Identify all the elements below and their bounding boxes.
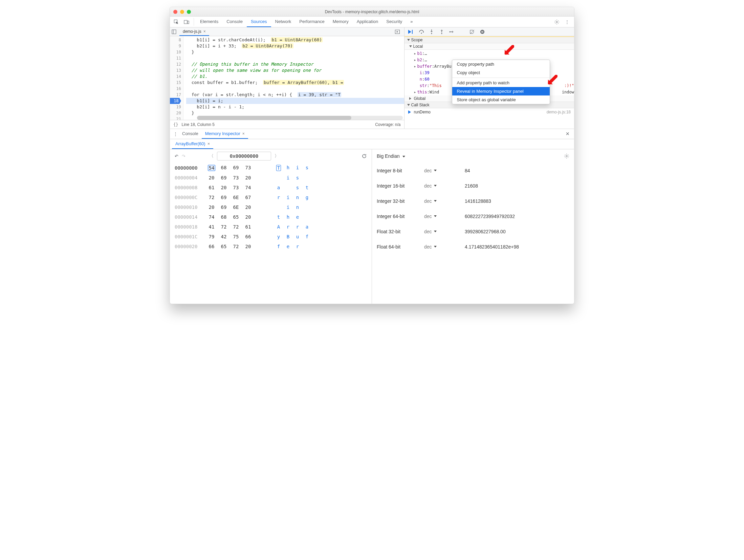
line-gutter: 891011121314 15161718 192021 [170,36,183,120]
hex-row[interactable]: 0000000054686973This [175,163,367,173]
memory-buffer-tab[interactable]: ArrayBuffer(60) × [172,139,213,149]
hex-row[interactable]: 0000001020696E20.in. [175,202,367,212]
tab-security[interactable]: Security [382,17,406,27]
svg-rect-2 [188,21,189,24]
hex-row[interactable]: 0000000C72696E67ring [175,192,367,202]
hex-dump-table: 0000000054686973This0000000420697320.is.… [170,163,372,251]
undo-icon[interactable]: ↶ [175,154,178,159]
tab-performance[interactable]: Performance [295,17,328,27]
svg-rect-4 [172,30,176,34]
tab-sources[interactable]: Sources [247,17,271,27]
encoding-selector[interactable]: dec [424,198,465,204]
hex-row[interactable]: 0000001474686520the. [175,212,367,222]
callstack-frame[interactable]: runDemo demo-js.js:18 [404,108,574,116]
ctx-copy-property-path[interactable]: Copy property path [452,60,550,68]
kebab-menu-icon[interactable]: ⋮ [562,17,572,27]
file-tab[interactable]: demo-js.js × [179,27,209,36]
svg-rect-7 [412,30,413,34]
address-next-icon[interactable]: 〉 [275,153,279,159]
settings-gear-icon[interactable] [552,17,562,27]
resume-icon[interactable] [408,29,414,34]
context-menu: Copy property path Copy object Add prope… [452,60,550,104]
value-row: Integer 32-bitdec 1416128883 [377,193,569,209]
encoding-selector[interactable]: dec [424,229,465,234]
svg-rect-15 [482,31,483,33]
value-row: Float 32-bitdec 3992806227968.00 [377,224,569,239]
redo-icon[interactable]: ↷ [182,154,185,159]
inline-eval: b1 = Uint8Array(60) [271,37,323,42]
panel-tabs: Elements Console Sources Network Perform… [196,17,417,27]
encoding-selector[interactable]: dec [424,183,465,189]
step-icon[interactable] [449,29,455,35]
hex-row[interactable]: 0000002066657220fer. [175,241,367,251]
horizontal-scrollbar[interactable] [197,116,403,120]
value-settings-gear-icon[interactable] [564,153,569,159]
ctx-store-global[interactable]: Store object as global variable [452,95,550,104]
hex-row[interactable]: 0000000861207374a.st [175,182,367,192]
pretty-print-icon[interactable]: {} [173,122,178,127]
svg-line-12 [470,30,474,34]
value-row: Integer 64-bitdec 6082227239949792032 [377,209,569,224]
scope-row[interactable]: ▸b1: … [404,50,574,57]
close-buffer-tab-icon[interactable]: × [207,141,210,146]
cursor-position: Line 18, Column 5 [181,122,214,127]
value-row: Float 64-bitdec 4.171482365401182e+98 [377,239,569,254]
window-title: DevTools - memory-inspector.glitch.me/de… [170,9,574,14]
svg-rect-1 [184,20,187,24]
window-titlebar: DevTools - memory-inspector.glitch.me/de… [170,7,574,17]
svg-point-11 [449,31,450,32]
snippet-run-icon[interactable] [392,29,403,35]
device-toolbar-icon[interactable] [181,17,192,27]
address-prev-icon[interactable]: 〈 [209,153,214,159]
endianness-selector[interactable]: Big Endian [377,153,405,159]
svg-point-10 [441,33,442,34]
encoding-selector[interactable]: dec [424,168,465,173]
tab-application[interactable]: Application [353,17,382,27]
file-tab-label: demo-js.js [183,29,201,34]
hex-row[interactable]: 0000001841727261Arra [175,222,367,232]
value-row: Integer 16-bitdec 21608 [377,178,569,193]
drawer-tab-console[interactable]: Console [179,129,202,139]
tab-network[interactable]: Network [271,17,296,27]
step-over-icon[interactable] [419,29,424,35]
tab-memory[interactable]: Memory [329,17,353,27]
step-into-icon[interactable] [429,29,434,35]
svg-point-8 [421,33,422,34]
scope-local-header[interactable]: Local [404,43,574,50]
encoding-selector[interactable]: dec [424,244,465,250]
svg-point-3 [556,21,557,22]
inspect-element-icon[interactable] [171,17,181,27]
execution-line: b1[i] = i; [186,98,404,104]
coverage-status: Coverage: n/a [375,122,400,127]
close-drawer-tab-icon[interactable]: × [242,131,245,136]
step-out-icon[interactable] [439,29,444,35]
ctx-add-watch[interactable]: Add property path to watch [452,79,550,87]
pause-on-exceptions-icon[interactable] [480,29,485,35]
tabs-overflow-icon[interactable]: » [406,17,417,27]
scope-section-header[interactable]: Scope [404,37,574,43]
drawer-menu-icon[interactable]: ⋮ [172,131,179,136]
svg-point-16 [566,155,567,157]
svg-point-13 [480,30,484,34]
hex-row[interactable]: 0000000420697320.is. [175,173,367,182]
refresh-icon[interactable] [362,153,367,159]
svg-rect-14 [481,31,482,33]
svg-point-9 [431,33,432,34]
tab-console[interactable]: Console [222,17,247,27]
tab-elements[interactable]: Elements [196,17,222,27]
deactivate-breakpoints-icon[interactable] [469,29,475,35]
drawer-tab-memory-inspector[interactable]: Memory Inspector × [202,129,248,139]
ctx-copy-object[interactable]: Copy object [452,68,550,77]
encoding-selector[interactable]: dec [424,214,465,219]
navigator-toggle-icon[interactable] [171,29,179,35]
close-file-tab-icon[interactable]: × [203,29,206,34]
address-input[interactable] [217,152,271,160]
value-row: Integer 8-bitdec 84 [377,163,569,178]
close-drawer-icon[interactable]: × [563,130,572,137]
ctx-reveal-memory-inspector[interactable]: Reveal in Memory Inspector panel [452,87,550,95]
hex-row[interactable]: 0000001C79427566yBuf [175,232,367,241]
